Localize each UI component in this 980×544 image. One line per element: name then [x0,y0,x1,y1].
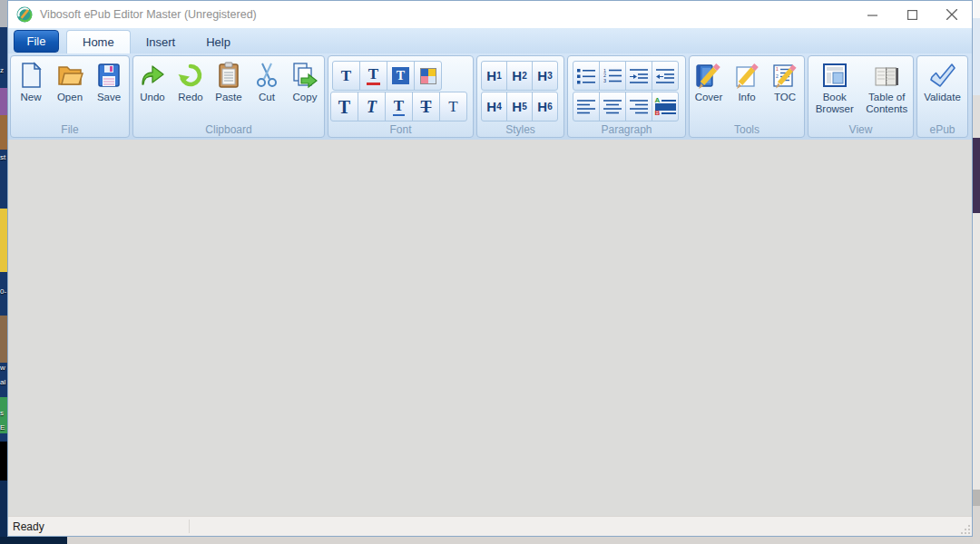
desktop-fragment [0,481,7,544]
increase-indent-button[interactable] [625,61,652,91]
font-highlight-t-glyph: T [392,67,409,84]
redo-button[interactable]: Redo [172,61,210,102]
bold-button[interactable]: T [330,92,358,121]
font-default-button[interactable]: T [332,61,360,91]
font-color-button[interactable]: T [359,61,387,91]
heading3-button[interactable]: H3 [532,61,558,91]
tab-help[interactable]: Help [191,30,246,53]
undo-button[interactable]: Undo [133,61,172,102]
decrease-indent-button[interactable] [652,61,679,91]
heading4-button[interactable]: H4 [481,92,507,121]
toc-list-pencil-icon [770,61,799,90]
file-menu-button[interactable]: File [14,30,59,53]
info-button[interactable]: Info [728,61,766,102]
heading6-button[interactable]: H6 [532,92,558,121]
numbered-list-button[interactable] [599,61,626,91]
new-button[interactable]: New [12,61,50,102]
tab-home[interactable]: Home [66,30,131,53]
desktop-edge-bottom [0,537,67,544]
group-label-font: Font [328,123,473,136]
bold-t-glyph: T [338,98,350,116]
bullet-list-button[interactable] [573,61,600,91]
button-label: Cover [695,92,723,102]
heading5-button[interactable]: H5 [506,92,533,121]
save-button[interactable]: Save [90,61,128,102]
button-label: New [20,92,41,102]
desktop-label-fragment: z [0,67,4,74]
desktop-fragment [0,0,7,27]
align-right-button[interactable] [625,92,652,121]
toc-button[interactable]: TOC [766,61,804,102]
status-text: Ready [13,520,44,533]
table-of-contents-button[interactable]: Table of Contents [861,61,914,115]
font-color-t-glyph: T [367,66,380,85]
italic-t-glyph: T [367,99,377,115]
heading1-button[interactable]: H1 [481,61,507,91]
button-label: Table of Contents [861,92,914,115]
desktop-icon-fragment [0,209,7,272]
desktop-icon-fragment [0,88,7,115]
desktop-label-fragment: st [0,154,5,161]
heading2-button[interactable]: H2 [506,61,533,91]
sort-line [662,112,675,114]
regular-font-button[interactable]: T [439,92,467,121]
close-icon [946,9,957,20]
minimize-button[interactable] [852,1,892,28]
maximize-button[interactable] [892,1,932,28]
font-palette-button[interactable] [414,61,442,91]
desktop-fragment [973,490,980,506]
h2-glyph: H [512,69,522,83]
strikethrough-t-glyph: T [420,99,431,115]
regular-t-glyph: T [448,99,457,114]
desktop-fragment [973,0,980,18]
font-highlight-button[interactable]: T [387,61,415,91]
desktop-fragment [973,506,980,544]
button-label: Validate [924,92,961,102]
ribbon-group-paragraph: A B Paragraph [567,55,686,138]
desktop-label-fragment: s [0,410,4,417]
app-window: Vibosoft ePub Editor Master (Unregistere… [7,0,973,537]
h1-glyph: H [486,69,496,83]
desktop-fragment [0,442,7,481]
paste-button[interactable]: Paste [210,61,248,102]
align-right-icon [628,98,650,116]
validate-button[interactable]: Validate [917,61,967,102]
group-label-paragraph: Paragraph [568,123,685,136]
status-divider [189,520,190,533]
align-center-button[interactable] [599,92,626,121]
desktop-icon-fragment [973,138,980,213]
button-label: Save [97,92,121,102]
cut-button[interactable]: Cut [248,61,286,102]
resize-grip[interactable] [961,525,970,534]
h3-sub: 3 [547,71,553,81]
cover-button[interactable]: Cover [690,61,728,102]
open-button[interactable]: Open [51,61,89,102]
h6-glyph: H [537,100,547,113]
editor-content-area[interactable] [8,140,972,516]
book-browser-button[interactable]: Book Browser [808,61,861,115]
undo-arrow-icon [138,61,167,90]
align-left-icon [575,98,597,116]
strikethrough-button[interactable]: T [412,92,440,121]
sort-button[interactable]: A B [652,92,679,121]
button-label: Redo [178,92,203,102]
button-label: TOC [774,92,796,102]
desktop-icon-fragment [0,115,7,150]
close-button[interactable] [932,1,972,28]
copy-button[interactable]: Copy [286,61,324,102]
new-document-icon [16,61,45,90]
validate-checkmark-icon [928,61,957,90]
redo-arrow-icon [176,61,205,90]
ribbon-group-tools: Cover Info TOC Tools [689,55,805,138]
desktop-edge-left: z st 0- w al s E [0,0,7,544]
align-left-button[interactable] [573,92,600,121]
ribbon-group-view: Book Browser Table of Contents View [808,55,914,138]
tab-insert[interactable]: Insert [131,30,191,53]
sort-b-glyph: B [655,111,661,116]
h3-glyph: H [537,69,547,83]
underline-button[interactable]: T [385,92,413,121]
italic-button[interactable]: T [358,92,386,121]
h5-sub: 5 [522,102,527,112]
font-t-glyph: T [341,68,351,83]
group-label-file: File [11,123,129,136]
